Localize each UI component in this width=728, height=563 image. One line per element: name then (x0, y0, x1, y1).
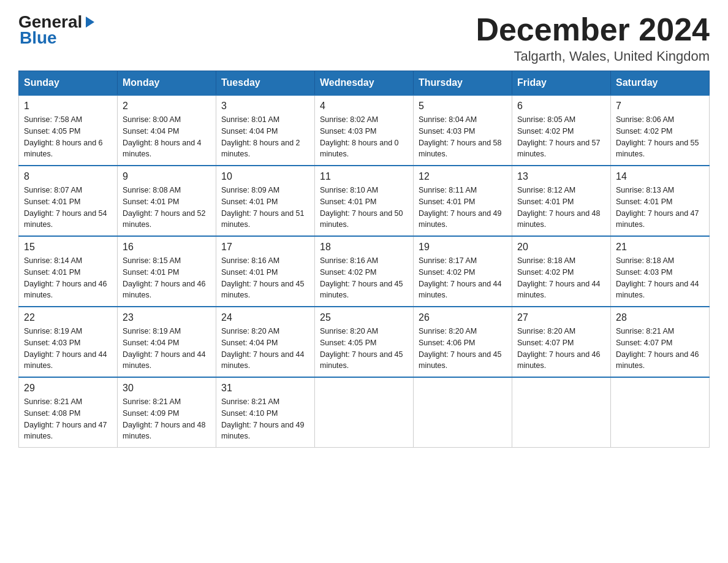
day-info: Sunrise: 8:10 AMSunset: 4:01 PMDaylight:… (320, 185, 408, 231)
calendar-cell: 2Sunrise: 8:00 AMSunset: 4:04 PMDaylight… (118, 95, 216, 166)
logo-blue-text: Blue (20, 28, 57, 48)
calendar-cell: 8Sunrise: 8:07 AMSunset: 4:01 PMDaylight… (19, 166, 118, 236)
day-info: Sunrise: 8:20 AMSunset: 4:04 PMDaylight:… (221, 326, 309, 372)
calendar-cell: 4Sunrise: 8:02 AMSunset: 4:03 PMDaylight… (315, 95, 414, 166)
calendar-cell: 18Sunrise: 8:16 AMSunset: 4:02 PMDayligh… (315, 236, 414, 307)
day-info: Sunrise: 8:05 AMSunset: 4:02 PMDaylight:… (517, 114, 605, 160)
page-header: General Blue December 2024 Talgarth, Wal… (18, 12, 710, 64)
week-row-1: 1Sunrise: 7:58 AMSunset: 4:05 PMDaylight… (19, 95, 710, 166)
day-number: 27 (517, 312, 605, 323)
calendar-cell: 22Sunrise: 8:19 AMSunset: 4:03 PMDayligh… (19, 307, 118, 377)
day-info: Sunrise: 8:11 AMSunset: 4:01 PMDaylight:… (419, 185, 507, 231)
day-number: 22 (24, 312, 112, 323)
weekday-header-tuesday: Tuesday (216, 71, 315, 96)
day-info: Sunrise: 8:12 AMSunset: 4:01 PMDaylight:… (517, 185, 605, 231)
day-info: Sunrise: 7:58 AMSunset: 4:05 PMDaylight:… (24, 114, 112, 160)
calendar-cell: 19Sunrise: 8:17 AMSunset: 4:02 PMDayligh… (414, 236, 512, 307)
day-number: 18 (320, 242, 408, 253)
week-row-3: 15Sunrise: 8:14 AMSunset: 4:01 PMDayligh… (19, 236, 710, 307)
day-number: 15 (24, 242, 112, 253)
calendar-cell: 27Sunrise: 8:20 AMSunset: 4:07 PMDayligh… (512, 307, 611, 377)
calendar-cell (512, 377, 611, 448)
day-info: Sunrise: 8:20 AMSunset: 4:05 PMDaylight:… (320, 326, 408, 372)
day-info: Sunrise: 8:21 AMSunset: 4:09 PMDaylight:… (123, 396, 211, 442)
day-info: Sunrise: 8:20 AMSunset: 4:06 PMDaylight:… (419, 326, 507, 372)
calendar-cell: 26Sunrise: 8:20 AMSunset: 4:06 PMDayligh… (414, 307, 512, 377)
day-info: Sunrise: 8:21 AMSunset: 4:10 PMDaylight:… (221, 396, 309, 442)
day-info: Sunrise: 8:16 AMSunset: 4:01 PMDaylight:… (221, 255, 309, 301)
calendar-cell: 6Sunrise: 8:05 AMSunset: 4:02 PMDaylight… (512, 95, 611, 166)
weekday-header-monday: Monday (118, 71, 216, 96)
calendar-cell: 12Sunrise: 8:11 AMSunset: 4:01 PMDayligh… (414, 166, 512, 236)
calendar-cell: 21Sunrise: 8:18 AMSunset: 4:03 PMDayligh… (611, 236, 710, 307)
calendar-table: SundayMondayTuesdayWednesdayThursdayFrid… (18, 71, 710, 448)
calendar-cell: 25Sunrise: 8:20 AMSunset: 4:05 PMDayligh… (315, 307, 414, 377)
calendar-cell: 10Sunrise: 8:09 AMSunset: 4:01 PMDayligh… (216, 166, 315, 236)
weekday-header-row: SundayMondayTuesdayWednesdayThursdayFrid… (19, 71, 710, 96)
day-info: Sunrise: 8:04 AMSunset: 4:03 PMDaylight:… (419, 114, 507, 160)
day-info: Sunrise: 8:07 AMSunset: 4:01 PMDaylight:… (24, 185, 112, 231)
day-number: 5 (419, 101, 507, 112)
day-info: Sunrise: 8:02 AMSunset: 4:03 PMDaylight:… (320, 114, 408, 160)
day-number: 14 (616, 171, 704, 182)
day-number: 1 (24, 101, 112, 112)
day-info: Sunrise: 8:21 AMSunset: 4:07 PMDaylight:… (616, 326, 704, 372)
month-year-title: December 2024 (476, 12, 710, 47)
weekday-header-saturday: Saturday (611, 71, 710, 96)
calendar-cell: 3Sunrise: 8:01 AMSunset: 4:04 PMDaylight… (216, 95, 315, 166)
calendar-cell: 7Sunrise: 8:06 AMSunset: 4:02 PMDaylight… (611, 95, 710, 166)
week-row-4: 22Sunrise: 8:19 AMSunset: 4:03 PMDayligh… (19, 307, 710, 377)
week-row-5: 29Sunrise: 8:21 AMSunset: 4:08 PMDayligh… (19, 377, 710, 448)
logo-arrow-icon (83, 15, 97, 29)
day-info: Sunrise: 8:19 AMSunset: 4:03 PMDaylight:… (24, 326, 112, 372)
day-number: 31 (221, 383, 309, 394)
day-number: 16 (123, 242, 211, 253)
calendar-cell: 16Sunrise: 8:15 AMSunset: 4:01 PMDayligh… (118, 236, 216, 307)
day-info: Sunrise: 8:09 AMSunset: 4:01 PMDaylight:… (221, 185, 309, 231)
location-subtitle: Talgarth, Wales, United Kingdom (476, 48, 710, 64)
weekday-header-wednesday: Wednesday (315, 71, 414, 96)
day-number: 8 (24, 171, 112, 182)
day-number: 10 (221, 171, 309, 182)
day-number: 30 (123, 383, 211, 394)
day-info: Sunrise: 8:19 AMSunset: 4:04 PMDaylight:… (123, 326, 211, 372)
calendar-cell (315, 377, 414, 448)
day-number: 3 (221, 101, 309, 112)
logo: General Blue (18, 12, 97, 48)
day-info: Sunrise: 8:16 AMSunset: 4:02 PMDaylight:… (320, 255, 408, 301)
calendar-cell: 29Sunrise: 8:21 AMSunset: 4:08 PMDayligh… (19, 377, 118, 448)
day-info: Sunrise: 8:15 AMSunset: 4:01 PMDaylight:… (123, 255, 211, 301)
calendar-cell: 24Sunrise: 8:20 AMSunset: 4:04 PMDayligh… (216, 307, 315, 377)
day-number: 17 (221, 242, 309, 253)
day-number: 6 (517, 101, 605, 112)
calendar-cell: 20Sunrise: 8:18 AMSunset: 4:02 PMDayligh… (512, 236, 611, 307)
day-number: 24 (221, 312, 309, 323)
day-number: 4 (320, 101, 408, 112)
calendar-cell: 23Sunrise: 8:19 AMSunset: 4:04 PMDayligh… (118, 307, 216, 377)
day-number: 7 (616, 101, 704, 112)
calendar-cell: 11Sunrise: 8:10 AMSunset: 4:01 PMDayligh… (315, 166, 414, 236)
calendar-cell: 15Sunrise: 8:14 AMSunset: 4:01 PMDayligh… (19, 236, 118, 307)
calendar-cell: 5Sunrise: 8:04 AMSunset: 4:03 PMDaylight… (414, 95, 512, 166)
weekday-header-thursday: Thursday (414, 71, 512, 96)
day-info: Sunrise: 8:21 AMSunset: 4:08 PMDaylight:… (24, 396, 112, 442)
calendar-cell: 14Sunrise: 8:13 AMSunset: 4:01 PMDayligh… (611, 166, 710, 236)
day-info: Sunrise: 8:18 AMSunset: 4:02 PMDaylight:… (517, 255, 605, 301)
day-info: Sunrise: 8:01 AMSunset: 4:04 PMDaylight:… (221, 114, 309, 160)
day-info: Sunrise: 8:08 AMSunset: 4:01 PMDaylight:… (123, 185, 211, 231)
calendar-cell: 28Sunrise: 8:21 AMSunset: 4:07 PMDayligh… (611, 307, 710, 377)
calendar-cell (414, 377, 512, 448)
day-number: 21 (616, 242, 704, 253)
day-info: Sunrise: 8:13 AMSunset: 4:01 PMDaylight:… (616, 185, 704, 231)
calendar-cell: 31Sunrise: 8:21 AMSunset: 4:10 PMDayligh… (216, 377, 315, 448)
calendar-cell: 1Sunrise: 7:58 AMSunset: 4:05 PMDaylight… (19, 95, 118, 166)
day-info: Sunrise: 8:14 AMSunset: 4:01 PMDaylight:… (24, 255, 112, 301)
calendar-cell: 9Sunrise: 8:08 AMSunset: 4:01 PMDaylight… (118, 166, 216, 236)
calendar-cell: 17Sunrise: 8:16 AMSunset: 4:01 PMDayligh… (216, 236, 315, 307)
calendar-cell (611, 377, 710, 448)
day-info: Sunrise: 8:18 AMSunset: 4:03 PMDaylight:… (616, 255, 704, 301)
calendar-cell: 30Sunrise: 8:21 AMSunset: 4:09 PMDayligh… (118, 377, 216, 448)
day-number: 20 (517, 242, 605, 253)
day-info: Sunrise: 8:06 AMSunset: 4:02 PMDaylight:… (616, 114, 704, 160)
day-number: 25 (320, 312, 408, 323)
